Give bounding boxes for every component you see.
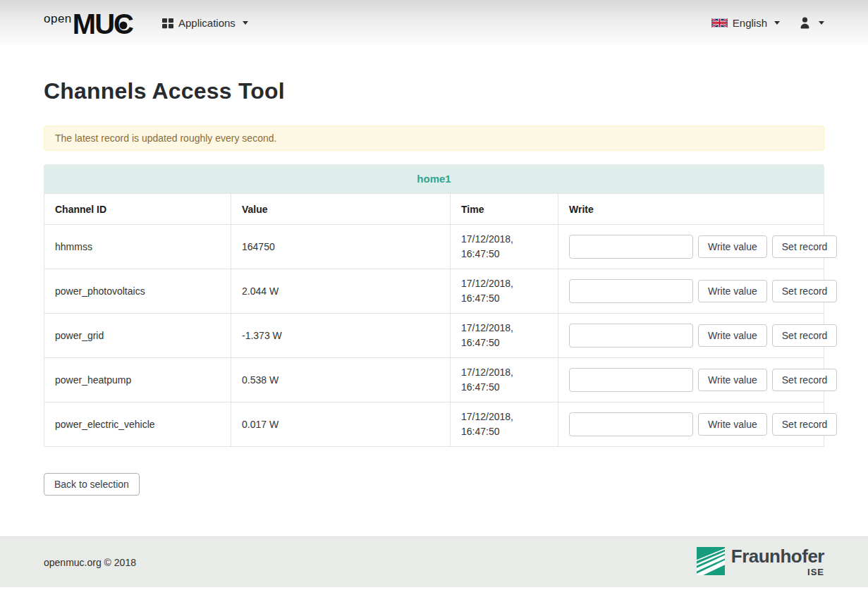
- chevron-down-icon: [819, 21, 824, 25]
- column-header-channel-id: Channel ID: [44, 194, 231, 225]
- time-cell: 17/12/2018, 16:47:50: [451, 225, 558, 269]
- applications-menu[interactable]: Applications: [162, 17, 248, 29]
- apps-grid-icon: [162, 18, 173, 29]
- write-value-button[interactable]: Write value: [698, 280, 767, 302]
- table-row: power_grid -1.373 W 17/12/2018, 16:47:50…: [44, 314, 824, 358]
- fraunhofer-institute-label: ISE: [807, 567, 824, 577]
- logo-muc-text: MU: [73, 8, 114, 39]
- channel-id-cell: power_heatpump: [44, 358, 231, 402]
- table-header-row: Channel ID Value Time Write: [44, 194, 824, 225]
- logo-c-glyph: C: [114, 11, 133, 37]
- channels-table: Channel ID Value Time Write hhmmss 16475…: [44, 193, 824, 447]
- time-cell: 17/12/2018, 16:47:50: [451, 314, 558, 358]
- write-cell: Write value Set record: [569, 368, 813, 392]
- write-cell: Write value Set record: [569, 279, 813, 303]
- fraunhofer-wordmark: Fraunhofer: [731, 547, 824, 566]
- write-cell: Write value Set record: [569, 324, 813, 348]
- write-value-button[interactable]: Write value: [698, 235, 767, 258]
- main-content: Channels Access Tool The latest record i…: [0, 78, 868, 496]
- set-record-button[interactable]: Set record: [772, 413, 838, 436]
- navbar-right: English: [711, 16, 824, 30]
- time-cell: 17/12/2018, 16:47:50: [451, 402, 558, 447]
- fraunhofer-ise-logo: Fraunhofer ISE: [697, 547, 824, 577]
- write-cell: Write value Set record: [569, 235, 813, 259]
- language-label: English: [733, 17, 767, 29]
- channel-id-cell: power_electric_vehicle: [44, 402, 231, 447]
- value-cell: 2.044 W: [231, 269, 451, 314]
- user-icon: [798, 16, 812, 30]
- footer: openmuc.org © 2018 Fraunhofer ISE: [0, 536, 868, 587]
- channels-panel: home1 Channel ID Value Time Write hhmmss…: [44, 164, 824, 447]
- set-record-button[interactable]: Set record: [772, 235, 838, 258]
- info-alert-text: The latest record is updated roughly eve…: [55, 133, 276, 144]
- set-record-button[interactable]: Set record: [772, 280, 838, 302]
- write-value-input[interactable]: [569, 324, 693, 348]
- table-row: power_electric_vehicle 0.017 W 17/12/201…: [44, 402, 824, 447]
- write-cell: Write value Set record: [569, 412, 813, 436]
- write-value-button[interactable]: Write value: [698, 324, 767, 347]
- write-value-input[interactable]: [569, 412, 693, 436]
- set-record-button[interactable]: Set record: [772, 369, 838, 391]
- time-cell: 17/12/2018, 16:47:50: [451, 358, 558, 402]
- time-cell: 17/12/2018, 16:47:50: [451, 269, 558, 314]
- set-record-button[interactable]: Set record: [772, 324, 838, 347]
- logo-dot: [120, 22, 128, 30]
- table-body: hhmmss 164750 17/12/2018, 16:47:50 Write…: [44, 225, 824, 447]
- applications-label: Applications: [178, 17, 236, 29]
- column-header-write: Write: [558, 194, 824, 225]
- value-cell: -1.373 W: [231, 314, 451, 358]
- footer-copyright: openmuc.org © 2018: [44, 557, 136, 568]
- write-value-input[interactable]: [569, 279, 693, 303]
- table-row: hhmmss 164750 17/12/2018, 16:47:50 Write…: [44, 225, 824, 269]
- navbar: openMUC Applications: [0, 0, 868, 46]
- value-cell: 0.017 W: [231, 402, 451, 447]
- user-menu[interactable]: [798, 16, 824, 30]
- table-row: power_heatpump 0.538 W 17/12/2018, 16:47…: [44, 358, 824, 402]
- table-row: power_photovoltaics 2.044 W 17/12/2018, …: [44, 269, 824, 314]
- column-header-time: Time: [451, 194, 558, 225]
- channel-id-cell: power_grid: [44, 314, 231, 358]
- value-cell: 0.538 W: [231, 358, 451, 402]
- chevron-down-icon: [243, 21, 248, 25]
- device-group-heading: home1: [44, 164, 824, 193]
- write-value-button[interactable]: Write value: [698, 369, 767, 391]
- write-value-button[interactable]: Write value: [698, 413, 767, 436]
- info-alert: The latest record is updated roughly eve…: [44, 125, 824, 151]
- page-title: Channels Access Tool: [44, 78, 824, 104]
- uk-flag-icon: [711, 18, 728, 27]
- logo-open-text: open: [44, 11, 72, 26]
- channel-id-cell: power_photovoltaics: [44, 269, 231, 314]
- write-value-input[interactable]: [569, 368, 693, 392]
- fraunhofer-stripes-icon: [697, 547, 725, 575]
- channel-id-cell: hhmmss: [44, 225, 231, 269]
- write-value-input[interactable]: [569, 235, 693, 259]
- language-menu[interactable]: English: [711, 17, 780, 29]
- column-header-value: Value: [231, 194, 451, 225]
- value-cell: 164750: [231, 225, 451, 269]
- back-to-selection-button[interactable]: Back to selection: [44, 473, 140, 496]
- chevron-down-icon: [774, 21, 780, 25]
- openmuc-logo[interactable]: openMUC: [44, 11, 133, 37]
